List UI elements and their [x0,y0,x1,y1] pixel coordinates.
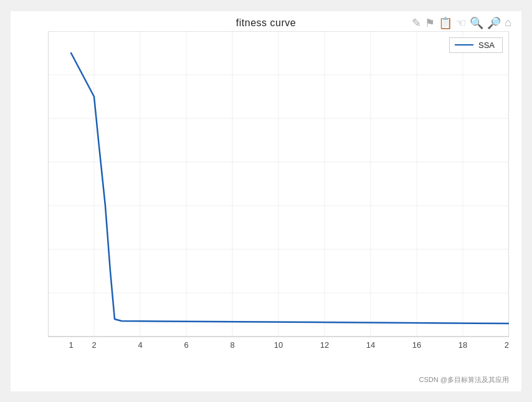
svg-text:18: 18 [458,340,467,350]
edit-icon[interactable]: ✎ [412,16,421,30]
zoom-in-icon[interactable]: 🔍 [470,16,483,30]
svg-text:10: 10 [274,340,283,350]
svg-text:16: 16 [412,340,421,350]
chart-toolbar[interactable]: ✎ ⚑ 📋 ☜ 🔍 🔎 ⌂ [412,16,511,30]
home-icon[interactable]: ⌂ [505,16,511,30]
chart-svg: 930 920 910 900 890 880 870 860 1 2 4 6 … [48,31,509,355]
svg-text:8: 8 [230,340,234,350]
svg-text:4: 4 [138,340,142,350]
svg-text:2: 2 [92,340,96,350]
legend-line [455,44,473,45]
svg-text:14: 14 [366,340,375,350]
save-icon[interactable]: 📋 [439,16,452,30]
svg-text:20: 20 [505,340,509,350]
pin-icon[interactable]: ⚑ [425,16,435,30]
chart-legend: SSA [449,37,503,53]
pan-icon[interactable]: ☜ [456,16,466,30]
legend-label: SSA [478,41,495,50]
svg-text:6: 6 [184,340,188,350]
chart-container: fitness curve ✎ ⚑ 📋 ☜ 🔍 🔎 ⌂ SSA [11,11,521,391]
svg-text:12: 12 [320,340,329,350]
watermark: CSDN @多目标算法及其应用 [11,374,521,387]
plot-area: SSA [48,31,509,355]
zoom-out-icon[interactable]: 🔎 [487,16,501,30]
svg-text:1: 1 [69,340,73,350]
